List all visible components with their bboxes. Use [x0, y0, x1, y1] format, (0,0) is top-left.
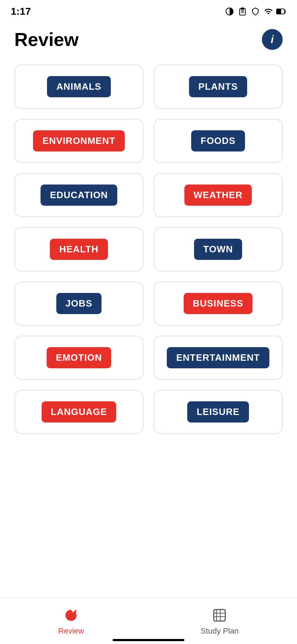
category-card-animals[interactable]: ANIMALS [14, 65, 143, 109]
page-header: Review i [0, 22, 297, 57]
study-plan-nav-label: Study Plan [201, 626, 239, 636]
category-badge-environment: ENVIRONMENT [33, 130, 124, 151]
battery-icon [276, 6, 286, 17]
bottom-nav: Review Study Plan [0, 597, 297, 644]
home-indicator [113, 639, 184, 641]
category-card-health[interactable]: HEALTH [14, 227, 143, 271]
info-icon: i [271, 33, 274, 46]
category-card-business[interactable]: BUSINESS [154, 281, 283, 326]
category-card-leisure[interactable]: LEISURE [154, 390, 283, 434]
category-card-entertainment[interactable]: ENTERTAINMENT [154, 336, 283, 380]
category-grid: ANIMALSPLANTSENVIRONMENTFOODSEDUCATIONWE… [0, 57, 297, 441]
category-card-weather[interactable]: WEATHER [154, 173, 283, 217]
category-badge-town: TOWN [194, 239, 242, 260]
category-badge-jobs: JOBS [56, 293, 102, 314]
category-badge-foods: FOODS [191, 130, 245, 151]
category-badge-weather: WEATHER [184, 185, 252, 206]
category-card-education[interactable]: EDUCATION [14, 173, 143, 217]
category-badge-business: BUSINESS [184, 293, 253, 314]
category-badge-leisure: LEISURE [187, 401, 249, 423]
study-plan-nav-icon [211, 606, 228, 624]
circle-half-icon [225, 6, 235, 17]
category-badge-animals: ANIMALS [47, 76, 110, 97]
status-icons [225, 6, 286, 17]
category-badge-plants: PLANTS [189, 76, 247, 97]
category-card-emotion[interactable]: EMOTION [14, 336, 143, 380]
review-nav-label: Review [58, 626, 84, 636]
category-badge-language: LANGUAGE [42, 401, 117, 423]
clipboard-icon [237, 6, 248, 17]
category-card-environment[interactable]: ENVIRONMENT [14, 119, 143, 163]
category-badge-health: HEALTH [50, 239, 108, 260]
category-badge-education: EDUCATION [41, 185, 117, 206]
category-card-town[interactable]: TOWN [154, 227, 283, 271]
review-nav-icon [62, 606, 80, 624]
info-button[interactable]: i [262, 29, 283, 50]
category-badge-emotion: EMOTION [47, 347, 111, 368]
category-card-plants[interactable]: PLANTS [154, 65, 283, 109]
category-card-jobs[interactable]: JOBS [14, 281, 143, 326]
page-title: Review [14, 29, 79, 50]
category-card-foods[interactable]: FOODS [154, 119, 283, 163]
svg-rect-7 [214, 610, 225, 621]
status-time: 1:17 [11, 6, 31, 17]
wifi-icon [263, 6, 273, 17]
nav-item-study-plan[interactable]: Study Plan [186, 603, 253, 639]
nav-item-review[interactable]: Review [44, 603, 98, 639]
status-bar: 1:17 [0, 0, 297, 22]
svg-rect-6 [277, 10, 281, 13]
category-card-language[interactable]: LANGUAGE [14, 390, 143, 434]
shield-icon [250, 6, 260, 17]
category-badge-entertainment: ENTERTAINMENT [167, 347, 269, 368]
